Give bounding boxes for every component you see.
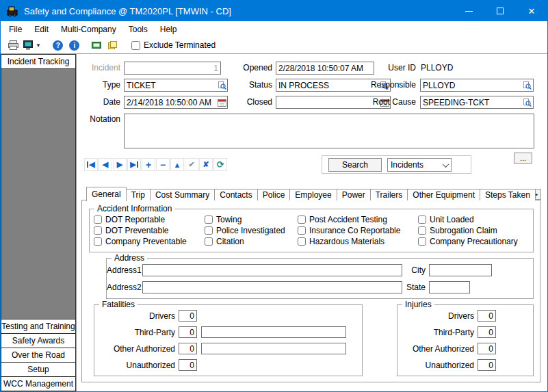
delete-record-button[interactable]: −: [156, 158, 170, 171]
move-up-button[interactable]: ▲: [170, 158, 184, 171]
maximize-button[interactable]: [484, 1, 516, 21]
checkbox-unit-loaded[interactable]: Unit Loaded: [418, 215, 518, 224]
unit-loaded-input[interactable]: [418, 215, 426, 224]
fatalities-unauthorized-field[interactable]: [179, 359, 197, 371]
exclude-terminated-input[interactable]: [131, 41, 140, 50]
record-type-dropdown[interactable]: Incidents: [387, 158, 452, 172]
dot-reportable-input[interactable]: [94, 215, 102, 224]
checkbox-dot-reportable[interactable]: DOT Reportable: [94, 215, 187, 224]
company-preventable-input[interactable]: [94, 237, 102, 246]
minimize-button[interactable]: [453, 1, 484, 21]
menu-multi-company[interactable]: Multi-Company: [55, 23, 122, 36]
next-record-button[interactable]: ▶: [113, 158, 127, 171]
notes-button[interactable]: [89, 38, 104, 52]
injuries-drivers-field[interactable]: [478, 310, 496, 322]
tab-trip[interactable]: Trip: [126, 189, 151, 200]
view-button[interactable]: [22, 38, 34, 52]
tab-contacts[interactable]: Contacts: [214, 189, 257, 200]
tab-power[interactable]: Power: [337, 189, 371, 200]
checkbox-post-accident-testing[interactable]: Post Accident Testing: [298, 215, 400, 224]
menu-tools[interactable]: Tools: [122, 23, 154, 36]
close-button[interactable]: ✕: [516, 1, 547, 21]
responsible-lookup-button[interactable]: [522, 79, 533, 91]
date-calendar-button[interactable]: [218, 96, 227, 108]
exclude-terminated-checkbox[interactable]: Exclude Terminated: [131, 40, 216, 50]
checkbox-citation[interactable]: Citation: [205, 237, 285, 246]
menu-edit[interactable]: Edit: [28, 23, 55, 36]
date-field[interactable]: [125, 96, 218, 108]
injuries-other-authorized-field[interactable]: [478, 343, 496, 354]
sidebar-item-incident-tracking[interactable]: Incident Tracking: [1, 54, 76, 69]
citation-input[interactable]: [205, 237, 213, 246]
tab-steps-taken[interactable]: Steps Taken: [480, 189, 536, 200]
state-field[interactable]: [429, 281, 470, 293]
dot-preventable-input[interactable]: [94, 226, 102, 235]
hazardous-materials-input[interactable]: [298, 237, 306, 246]
tab-general[interactable]: General: [86, 187, 127, 201]
notation-field[interactable]: [124, 114, 534, 148]
status-field[interactable]: [276, 79, 379, 91]
info-button[interactable]: i: [67, 38, 82, 52]
more-options-button[interactable]: ...: [514, 153, 532, 164]
injuries-third-party-field[interactable]: [478, 326, 496, 338]
address1-field[interactable]: [142, 264, 402, 276]
refresh-button[interactable]: ⟳: [213, 158, 227, 171]
fatalities-other-authorized-label: Other Authorized: [94, 343, 175, 355]
print-button[interactable]: [5, 38, 21, 52]
towing-input[interactable]: [205, 215, 213, 224]
type-lookup-button[interactable]: [218, 79, 227, 91]
police-investigated-input[interactable]: [205, 226, 213, 235]
root-cause-lookup-button[interactable]: [522, 96, 533, 108]
fatalities-drivers-field[interactable]: [179, 310, 197, 322]
fatalities-other-authorized-field[interactable]: [179, 343, 197, 354]
closed-field[interactable]: [276, 96, 379, 108]
tab-employee[interactable]: Employee: [289, 189, 337, 200]
post-accident-testing-input[interactable]: [298, 215, 306, 224]
checkbox-hazardous-materials[interactable]: Hazardous Materials: [298, 237, 400, 246]
tab-trailers[interactable]: Trailers: [370, 189, 408, 200]
checkbox-police-investigated[interactable]: Police Investigated: [205, 226, 285, 235]
tab-police[interactable]: Police: [257, 189, 291, 200]
cancel-record-button[interactable]: ✘: [199, 158, 213, 171]
sidebar-item-safety-awards[interactable]: Safety Awards: [1, 333, 76, 348]
checkbox-towing[interactable]: Towing: [205, 215, 285, 224]
save-record-button[interactable]: ✔: [185, 158, 198, 171]
checkbox-company-precautionary[interactable]: Company Precautionary: [418, 237, 518, 246]
tab-other-equipment[interactable]: Other Equipment: [407, 189, 480, 200]
subrogation-claim-input[interactable]: [418, 226, 426, 235]
help-button[interactable]: ?: [51, 38, 66, 52]
menu-file[interactable]: File: [3, 23, 28, 36]
sidebar-item-wcc-management[interactable]: WCC Management: [1, 376, 76, 391]
sidebar-item-testing-and-training[interactable]: Testing and Training: [1, 319, 76, 334]
injuries-unauthorized-field[interactable]: [478, 359, 496, 371]
copy-notes-button[interactable]: [105, 38, 120, 52]
fatalities-third-party-name-field[interactable]: [201, 326, 346, 338]
checkbox-company-preventable[interactable]: Company Preventable: [94, 237, 187, 246]
address-group: Address Address1 City Address2 State: [106, 258, 534, 299]
search-button[interactable]: Search: [328, 158, 382, 172]
checkbox-insurance-co-reportable[interactable]: Insurance Co Reportable: [298, 226, 400, 235]
menu-help[interactable]: Help: [154, 23, 183, 36]
fatalities-other-authorized-name-field[interactable]: [201, 343, 346, 354]
previous-record-button[interactable]: ◀: [99, 158, 112, 171]
fatalities-third-party-field[interactable]: [179, 326, 197, 338]
sidebar-item-over-the-road[interactable]: Over the Road: [1, 348, 76, 363]
root-cause-field[interactable]: [421, 96, 522, 108]
sidebar-item-setup[interactable]: Setup: [1, 362, 76, 377]
company-precautionary-input[interactable]: [418, 237, 426, 246]
opened-field[interactable]: [276, 62, 374, 75]
first-record-button[interactable]: ◀: [84, 158, 98, 171]
view-dropdown-button[interactable]: ▼: [36, 42, 41, 49]
add-record-button[interactable]: +: [142, 158, 155, 171]
tab-cost-summary[interactable]: Cost Summary: [150, 189, 215, 200]
responsible-label: Responsible: [369, 79, 416, 92]
address2-field[interactable]: [142, 281, 402, 293]
checkbox-subrogation-claim[interactable]: Subrogation Claim: [418, 226, 518, 235]
city-field[interactable]: [429, 264, 492, 276]
checkbox-dot-preventable[interactable]: DOT Preventable: [94, 226, 187, 235]
last-record-button[interactable]: ▶: [127, 158, 141, 171]
info-icon: i: [69, 40, 79, 51]
type-field[interactable]: [125, 79, 218, 91]
responsible-field[interactable]: [421, 79, 522, 91]
insurance-co-reportable-input[interactable]: [298, 226, 306, 235]
